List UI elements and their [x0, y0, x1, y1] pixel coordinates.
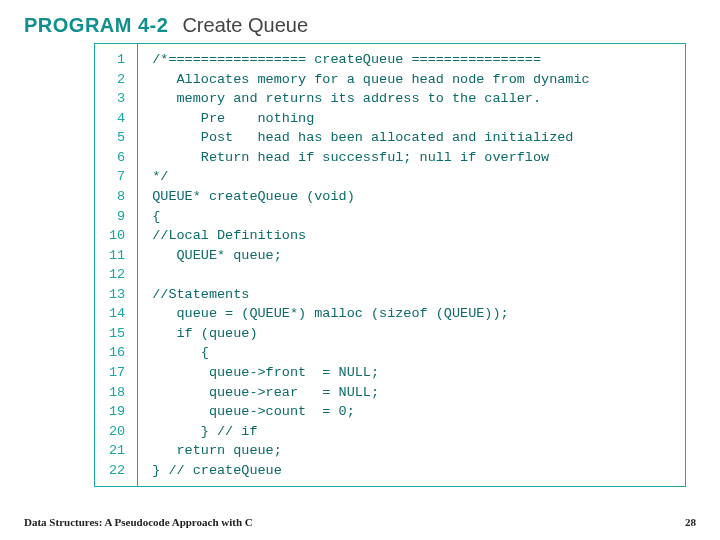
- line-number: 4: [109, 109, 125, 129]
- code-content: /*================= createQueue ========…: [138, 44, 685, 486]
- code-box: 12345678910111213141516171819202122 /*==…: [94, 43, 686, 487]
- code-line: memory and returns its address to the ca…: [152, 89, 675, 109]
- line-number: 20: [109, 422, 125, 442]
- footer-page-number: 28: [685, 516, 696, 528]
- code-line: */: [152, 167, 675, 187]
- code-line: //Local Definitions: [152, 226, 675, 246]
- code-line: } // createQueue: [152, 461, 675, 481]
- code-line: {: [152, 343, 675, 363]
- line-number: 11: [109, 246, 125, 266]
- line-number: 5: [109, 128, 125, 148]
- footer: Data Structures: A Pseudocode Approach w…: [24, 516, 696, 528]
- code-line: } // if: [152, 422, 675, 442]
- line-number: 12: [109, 265, 125, 285]
- code-line: //Statements: [152, 285, 675, 305]
- program-label: PROGRAM 4-2: [24, 14, 168, 37]
- code-line: {: [152, 207, 675, 227]
- line-number: 8: [109, 187, 125, 207]
- line-number: 7: [109, 167, 125, 187]
- code-line: /*================= createQueue ========…: [152, 50, 675, 70]
- line-number: 3: [109, 89, 125, 109]
- code-line: Pre nothing: [152, 109, 675, 129]
- line-number: 10: [109, 226, 125, 246]
- line-number: 14: [109, 304, 125, 324]
- slide: PROGRAM 4-2 Create Queue 123456789101112…: [0, 0, 720, 540]
- code-line: queue->count = 0;: [152, 402, 675, 422]
- code-line: queue = (QUEUE*) malloc (sizeof (QUEUE))…: [152, 304, 675, 324]
- line-number: 6: [109, 148, 125, 168]
- code-line: Allocates memory for a queue head node f…: [152, 70, 675, 90]
- footer-left: Data Structures: A Pseudocode Approach w…: [24, 516, 253, 528]
- line-number: 2: [109, 70, 125, 90]
- code-line: QUEUE* createQueue (void): [152, 187, 675, 207]
- line-number: 18: [109, 383, 125, 403]
- line-number: 15: [109, 324, 125, 344]
- heading: PROGRAM 4-2 Create Queue: [24, 14, 696, 37]
- code-line: if (queue): [152, 324, 675, 344]
- code-line: queue->rear = NULL;: [152, 383, 675, 403]
- line-number: 22: [109, 461, 125, 481]
- program-title: Create Queue: [182, 14, 308, 37]
- code-line: Return head if successful; null if overf…: [152, 148, 675, 168]
- code-line: Post head has been allocated and initial…: [152, 128, 675, 148]
- line-number: 13: [109, 285, 125, 305]
- line-number: 16: [109, 343, 125, 363]
- code-line: return queue;: [152, 441, 675, 461]
- line-number-gutter: 12345678910111213141516171819202122: [95, 44, 138, 486]
- line-number: 21: [109, 441, 125, 461]
- code-line: QUEUE* queue;: [152, 246, 675, 266]
- line-number: 9: [109, 207, 125, 227]
- line-number: 1: [109, 50, 125, 70]
- code-line: queue->front = NULL;: [152, 363, 675, 383]
- code-line: [152, 265, 675, 285]
- line-number: 19: [109, 402, 125, 422]
- line-number: 17: [109, 363, 125, 383]
